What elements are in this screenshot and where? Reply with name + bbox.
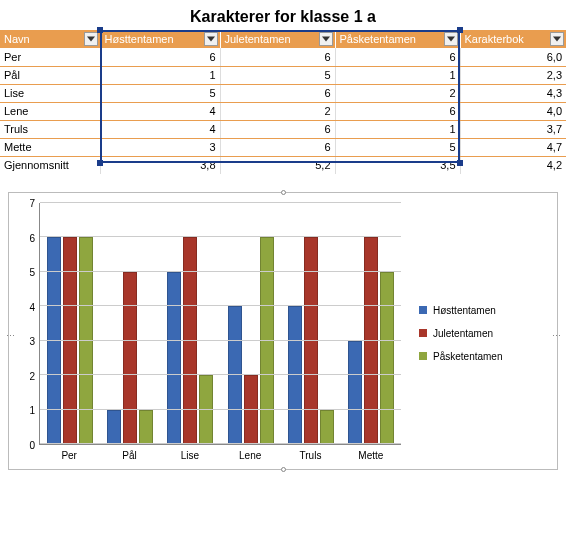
cell-paske[interactable]: 2 xyxy=(335,84,460,102)
filter-dropdown-icon[interactable] xyxy=(444,32,458,46)
filter-dropdown-icon[interactable] xyxy=(84,32,98,46)
cell-name[interactable]: Pål xyxy=(0,66,100,84)
chart-bar[interactable] xyxy=(107,410,121,444)
cell-name[interactable]: Mette xyxy=(0,138,100,156)
col-header-jule[interactable]: Juletentamen xyxy=(220,30,335,48)
page-title: Karakterer for klasse 1 a xyxy=(0,0,566,30)
cell-host[interactable]: 3 xyxy=(100,138,220,156)
chart-gridline xyxy=(40,271,401,272)
cell-bok[interactable]: 4,0 xyxy=(460,102,566,120)
cell-summary-paske[interactable]: 3,5 xyxy=(335,156,460,174)
chart-gridline xyxy=(40,409,401,410)
cell-name[interactable]: Per xyxy=(0,48,100,66)
col-header-name[interactable]: Navn xyxy=(0,30,100,48)
col-header-label: Juletentamen xyxy=(225,33,291,45)
cell-jule[interactable]: 6 xyxy=(220,138,335,156)
chart-bar[interactable] xyxy=(304,237,318,444)
spreadsheet-page: Karakterer for klasse 1 a Navn Høsttenta… xyxy=(0,0,566,470)
cell-summary-bok[interactable]: 4,2 xyxy=(460,156,566,174)
table-row[interactable]: Lene4264,0 xyxy=(0,102,566,120)
cell-summary-label[interactable]: Gjennomsnitt xyxy=(0,156,100,174)
legend-label: Juletentamen xyxy=(433,328,493,339)
cell-paske[interactable]: 1 xyxy=(335,120,460,138)
chart-y-tick: 6 xyxy=(21,232,35,243)
cell-paske[interactable]: 5 xyxy=(335,138,460,156)
chart-resize-handle-right[interactable]: ⋮ xyxy=(551,331,561,342)
cell-summary-jule[interactable]: 5,2 xyxy=(220,156,335,174)
chart-legend-item[interactable]: Påsketentamen xyxy=(419,351,503,362)
chart-y-tick: 3 xyxy=(21,336,35,347)
cell-host[interactable]: 4 xyxy=(100,120,220,138)
cell-host[interactable]: 1 xyxy=(100,66,220,84)
chart-y-axis: 01234567 xyxy=(21,203,37,445)
table-row[interactable]: Truls4613,7 xyxy=(0,120,566,138)
chart-y-tick: 0 xyxy=(21,440,35,451)
chart-x-label: Truls xyxy=(280,447,340,463)
chart-gridline xyxy=(40,236,401,237)
col-header-paske[interactable]: Påsketentamen xyxy=(335,30,460,48)
cell-host[interactable]: 5 xyxy=(100,84,220,102)
cell-name[interactable]: Lene xyxy=(0,102,100,120)
chart-plot-area xyxy=(39,203,401,445)
chart-bar[interactable] xyxy=(260,237,274,444)
table-row[interactable]: Lise5624,3 xyxy=(0,84,566,102)
cell-host[interactable]: 6 xyxy=(100,48,220,66)
legend-label: Høsttentamen xyxy=(433,305,496,316)
col-header-host[interactable]: Høsttentamen xyxy=(100,30,220,48)
table-row[interactable]: Mette3654,7 xyxy=(0,138,566,156)
table-row[interactable]: Per6666,0 xyxy=(0,48,566,66)
grades-table: Navn Høsttentamen Juletentamen Påsketent… xyxy=(0,30,566,174)
filter-dropdown-icon[interactable] xyxy=(550,32,564,46)
chart-bar[interactable] xyxy=(139,410,153,444)
filter-dropdown-icon[interactable] xyxy=(204,32,218,46)
cell-jule[interactable]: 6 xyxy=(220,84,335,102)
chart-x-axis: PerPålLiseLeneTrulsMette xyxy=(39,447,401,463)
cell-paske[interactable]: 6 xyxy=(335,102,460,120)
cell-bok[interactable]: 6,0 xyxy=(460,48,566,66)
chart-bar[interactable] xyxy=(364,237,378,444)
chart-gridline xyxy=(40,340,401,341)
chart-gridline xyxy=(40,443,401,444)
chart-x-label: Per xyxy=(39,447,99,463)
chart-bar[interactable] xyxy=(199,375,213,444)
col-header-label: Karakterbok xyxy=(465,33,524,45)
filter-dropdown-icon[interactable] xyxy=(319,32,333,46)
cell-bok[interactable]: 3,7 xyxy=(460,120,566,138)
embedded-chart[interactable]: ⋮ ⋮ 01234567 PerPålLiseLeneTrulsMette Hø… xyxy=(8,192,558,470)
chart-bar[interactable] xyxy=(79,237,93,444)
chart-legend-item[interactable]: Juletentamen xyxy=(419,328,503,339)
cell-jule[interactable]: 6 xyxy=(220,48,335,66)
chart-bar[interactable] xyxy=(63,237,77,444)
chart-bar[interactable] xyxy=(167,272,181,444)
cell-host[interactable]: 4 xyxy=(100,102,220,120)
table-summary-row[interactable]: Gjennomsnitt3,85,23,54,2 xyxy=(0,156,566,174)
table-row[interactable]: Pål1512,3 xyxy=(0,66,566,84)
chart-bar[interactable] xyxy=(244,375,258,444)
chart-legend-item[interactable]: Høsttentamen xyxy=(419,305,503,316)
chart-legend: HøsttentamenJuletentamenPåsketentamen xyxy=(401,203,511,463)
cell-name[interactable]: Lise xyxy=(0,84,100,102)
chart-bar[interactable] xyxy=(348,341,362,444)
cell-bok[interactable]: 2,3 xyxy=(460,66,566,84)
chart-resize-handle-left[interactable]: ⋮ xyxy=(5,331,15,342)
chart-bar[interactable] xyxy=(47,237,61,444)
chart-gridline xyxy=(40,305,401,306)
chart-bar[interactable] xyxy=(183,237,197,444)
col-header-label: Høsttentamen xyxy=(105,33,174,45)
cell-name[interactable]: Truls xyxy=(0,120,100,138)
cell-jule[interactable]: 6 xyxy=(220,120,335,138)
col-header-bok[interactable]: Karakterbok xyxy=(460,30,566,48)
chart-bar[interactable] xyxy=(320,410,334,444)
cell-bok[interactable]: 4,7 xyxy=(460,138,566,156)
chart-x-label: Lene xyxy=(220,447,280,463)
chart-bar[interactable] xyxy=(123,272,137,444)
cell-bok[interactable]: 4,3 xyxy=(460,84,566,102)
col-header-label: Påsketentamen xyxy=(340,33,416,45)
chart-bar[interactable] xyxy=(380,272,394,444)
cell-paske[interactable]: 1 xyxy=(335,66,460,84)
cell-paske[interactable]: 6 xyxy=(335,48,460,66)
cell-jule[interactable]: 2 xyxy=(220,102,335,120)
chart-plot: 01234567 PerPålLiseLeneTrulsMette xyxy=(21,203,401,463)
cell-jule[interactable]: 5 xyxy=(220,66,335,84)
cell-summary-host[interactable]: 3,8 xyxy=(100,156,220,174)
